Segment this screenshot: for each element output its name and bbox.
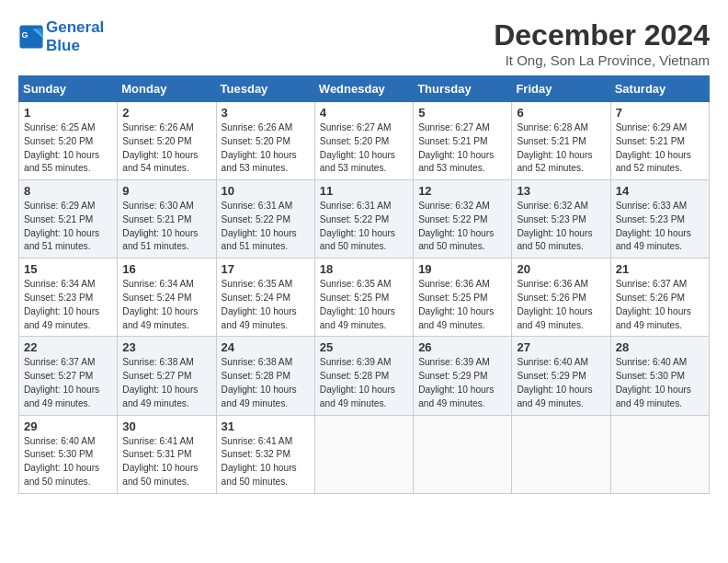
weekday-header: Thursday — [414, 76, 512, 102]
day-number: 24 — [222, 340, 310, 354]
calendar-cell: 12 Sunrise: 6:32 AM Sunset: 5:22 PM Dayl… — [414, 180, 512, 259]
day-info: Sunrise: 6:26 AM Sunset: 5:20 PM Dayligh… — [122, 121, 210, 176]
calendar-cell: 19 Sunrise: 6:36 AM Sunset: 5:25 PM Dayl… — [414, 259, 512, 337]
weekday-header: Monday — [118, 76, 216, 102]
day-info: Sunrise: 6:26 AM Sunset: 5:20 PM Dayligh… — [222, 121, 310, 176]
day-number: 23 — [122, 340, 210, 354]
calendar-body: 1 Sunrise: 6:25 AM Sunset: 5:20 PM Dayli… — [19, 102, 710, 494]
calendar-week: 8 Sunrise: 6:29 AM Sunset: 5:21 PM Dayli… — [19, 180, 710, 259]
day-number: 15 — [24, 262, 112, 276]
day-number: 13 — [517, 184, 605, 198]
day-number: 29 — [24, 419, 112, 433]
day-info: Sunrise: 6:41 AM Sunset: 5:31 PM Dayligh… — [122, 435, 210, 489]
calendar-cell: 8 Sunrise: 6:29 AM Sunset: 5:21 PM Dayli… — [19, 180, 118, 259]
calendar-cell: 9 Sunrise: 6:30 AM Sunset: 5:21 PM Dayli… — [118, 180, 216, 259]
calendar-cell: 20 Sunrise: 6:36 AM Sunset: 5:26 PM Dayl… — [512, 259, 610, 337]
day-info: Sunrise: 6:39 AM Sunset: 5:29 PM Dayligh… — [418, 356, 506, 410]
calendar-cell — [314, 415, 413, 493]
day-info: Sunrise: 6:32 AM Sunset: 5:23 PM Dayligh… — [517, 200, 605, 254]
calendar-cell: 23 Sunrise: 6:38 AM Sunset: 5:27 PM Dayl… — [118, 337, 216, 415]
calendar-cell: 4 Sunrise: 6:27 AM Sunset: 5:20 PM Dayli… — [314, 102, 413, 180]
day-number: 14 — [616, 184, 704, 198]
day-info: Sunrise: 6:27 AM Sunset: 5:20 PM Dayligh… — [320, 121, 408, 176]
day-number: 8 — [24, 184, 112, 198]
calendar-cell — [610, 415, 709, 493]
day-number: 5 — [418, 106, 506, 120]
calendar-cell: 11 Sunrise: 6:31 AM Sunset: 5:22 PM Dayl… — [314, 180, 413, 259]
calendar-cell: 18 Sunrise: 6:35 AM Sunset: 5:25 PM Dayl… — [314, 259, 413, 337]
day-info: Sunrise: 6:37 AM Sunset: 5:27 PM Dayligh… — [24, 356, 112, 410]
calendar-cell: 25 Sunrise: 6:39 AM Sunset: 5:28 PM Dayl… — [314, 337, 413, 415]
calendar-cell: 14 Sunrise: 6:33 AM Sunset: 5:23 PM Dayl… — [610, 180, 709, 259]
day-number: 12 — [418, 184, 506, 198]
calendar-cell: 26 Sunrise: 6:39 AM Sunset: 5:29 PM Dayl… — [414, 337, 512, 415]
day-number: 7 — [616, 106, 704, 120]
day-info: Sunrise: 6:27 AM Sunset: 5:21 PM Dayligh… — [418, 121, 506, 176]
calendar-cell: 6 Sunrise: 6:28 AM Sunset: 5:21 PM Dayli… — [512, 102, 610, 180]
calendar-cell: 27 Sunrise: 6:40 AM Sunset: 5:29 PM Dayl… — [512, 337, 610, 415]
day-number: 28 — [616, 340, 704, 354]
weekday-header: Saturday — [610, 76, 709, 102]
day-info: Sunrise: 6:29 AM Sunset: 5:21 PM Dayligh… — [616, 121, 704, 176]
day-number: 2 — [122, 106, 210, 120]
logo: G General Blue — [18, 18, 104, 55]
day-info: Sunrise: 6:40 AM Sunset: 5:30 PM Dayligh… — [24, 435, 112, 489]
day-info: Sunrise: 6:31 AM Sunset: 5:22 PM Dayligh… — [222, 200, 310, 254]
day-number: 26 — [418, 340, 506, 354]
day-number: 1 — [24, 106, 112, 120]
calendar-cell — [512, 415, 610, 493]
day-number: 20 — [517, 262, 605, 276]
weekday-header: Sunday — [19, 76, 118, 102]
day-info: Sunrise: 6:30 AM Sunset: 5:21 PM Dayligh… — [122, 200, 210, 254]
weekday-header: Tuesday — [216, 76, 314, 102]
day-info: Sunrise: 6:29 AM Sunset: 5:21 PM Dayligh… — [24, 200, 112, 254]
day-info: Sunrise: 6:31 AM Sunset: 5:22 PM Dayligh… — [320, 200, 408, 254]
calendar-cell: 29 Sunrise: 6:40 AM Sunset: 5:30 PM Dayl… — [19, 415, 118, 493]
weekday-header: Wednesday — [314, 76, 413, 102]
calendar-cell: 7 Sunrise: 6:29 AM Sunset: 5:21 PM Dayli… — [610, 102, 709, 180]
page-title: December 2024 — [494, 18, 710, 52]
calendar-cell: 5 Sunrise: 6:27 AM Sunset: 5:21 PM Dayli… — [414, 102, 512, 180]
calendar-week: 15 Sunrise: 6:34 AM Sunset: 5:23 PM Dayl… — [19, 259, 710, 337]
calendar-cell: 15 Sunrise: 6:34 AM Sunset: 5:23 PM Dayl… — [19, 259, 118, 337]
day-info: Sunrise: 6:41 AM Sunset: 5:32 PM Dayligh… — [222, 435, 310, 489]
day-number: 11 — [320, 184, 408, 198]
calendar-week: 22 Sunrise: 6:37 AM Sunset: 5:27 PM Dayl… — [19, 337, 710, 415]
day-number: 3 — [222, 106, 310, 120]
day-number: 17 — [222, 262, 310, 276]
day-number: 16 — [122, 262, 210, 276]
day-info: Sunrise: 6:36 AM Sunset: 5:25 PM Dayligh… — [418, 278, 506, 332]
calendar-cell: 10 Sunrise: 6:31 AM Sunset: 5:22 PM Dayl… — [216, 180, 314, 259]
day-info: Sunrise: 6:35 AM Sunset: 5:25 PM Dayligh… — [320, 278, 408, 332]
day-info: Sunrise: 6:28 AM Sunset: 5:21 PM Dayligh… — [517, 121, 605, 176]
weekday-header: Friday — [512, 76, 610, 102]
day-number: 18 — [320, 262, 408, 276]
svg-text:G: G — [22, 30, 28, 40]
day-info: Sunrise: 6:38 AM Sunset: 5:27 PM Dayligh… — [122, 356, 210, 410]
day-info: Sunrise: 6:32 AM Sunset: 5:22 PM Dayligh… — [418, 200, 506, 254]
calendar-week: 1 Sunrise: 6:25 AM Sunset: 5:20 PM Dayli… — [19, 102, 710, 180]
calendar-header: SundayMondayTuesdayWednesdayThursdayFrid… — [19, 76, 710, 102]
calendar-cell: 21 Sunrise: 6:37 AM Sunset: 5:26 PM Dayl… — [610, 259, 709, 337]
calendar-cell: 13 Sunrise: 6:32 AM Sunset: 5:23 PM Dayl… — [512, 180, 610, 259]
calendar-table: SundayMondayTuesdayWednesdayThursdayFrid… — [18, 75, 710, 494]
day-info: Sunrise: 6:37 AM Sunset: 5:26 PM Dayligh… — [616, 278, 704, 332]
day-number: 21 — [616, 262, 704, 276]
day-info: Sunrise: 6:34 AM Sunset: 5:24 PM Dayligh… — [122, 278, 210, 332]
calendar-cell: 1 Sunrise: 6:25 AM Sunset: 5:20 PM Dayli… — [19, 102, 118, 180]
logo-blue: Blue — [46, 37, 80, 54]
day-info: Sunrise: 6:25 AM Sunset: 5:20 PM Dayligh… — [24, 121, 112, 176]
day-info: Sunrise: 6:36 AM Sunset: 5:26 PM Dayligh… — [517, 278, 605, 332]
calendar-cell: 30 Sunrise: 6:41 AM Sunset: 5:31 PM Dayl… — [118, 415, 216, 493]
day-number: 10 — [222, 184, 310, 198]
day-number: 6 — [517, 106, 605, 120]
day-info: Sunrise: 6:39 AM Sunset: 5:28 PM Dayligh… — [320, 356, 408, 410]
calendar-cell: 22 Sunrise: 6:37 AM Sunset: 5:27 PM Dayl… — [19, 337, 118, 415]
calendar-week: 29 Sunrise: 6:40 AM Sunset: 5:30 PM Dayl… — [19, 415, 710, 493]
calendar-cell: 3 Sunrise: 6:26 AM Sunset: 5:20 PM Dayli… — [216, 102, 314, 180]
day-number: 9 — [122, 184, 210, 198]
day-number: 4 — [320, 106, 408, 120]
day-number: 25 — [320, 340, 408, 354]
calendar-cell: 24 Sunrise: 6:38 AM Sunset: 5:28 PM Dayl… — [216, 337, 314, 415]
calendar-cell: 17 Sunrise: 6:35 AM Sunset: 5:24 PM Dayl… — [216, 259, 314, 337]
